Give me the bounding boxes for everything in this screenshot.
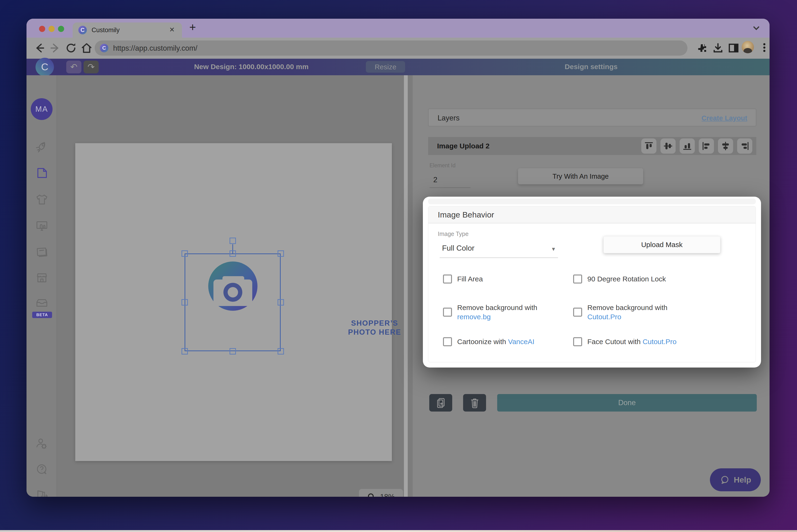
- tab-favicon: C: [78, 26, 87, 34]
- checkbox-row-rotation-lock[interactable]: 90 Degree Rotation Lock: [573, 274, 666, 284]
- inbox-icon[interactable]: [35, 297, 49, 310]
- file-icon[interactable]: [35, 166, 49, 180]
- done-button[interactable]: Done: [497, 394, 757, 412]
- reload-icon[interactable]: [65, 42, 77, 54]
- selection-handle[interactable]: [182, 250, 188, 257]
- account-settings-icon[interactable]: [35, 437, 49, 451]
- layer-name: Image Upload 2: [437, 142, 641, 150]
- checkbox-row-cutoutpro-bg[interactable]: Remove background withCutout.Pro: [573, 303, 687, 321]
- cutoutpro-bg-checkbox[interactable]: [573, 308, 582, 317]
- layers-card: Layers Create Layout: [428, 109, 756, 126]
- selection-handle[interactable]: [182, 348, 188, 355]
- card-icon[interactable]: [35, 245, 49, 259]
- help-bubble-icon[interactable]: [35, 463, 49, 477]
- design-settings-title: Design settings: [413, 63, 770, 71]
- user-avatar[interactable]: MA: [31, 98, 53, 120]
- menu-icon[interactable]: [759, 42, 770, 53]
- dropdown-caret-icon[interactable]: ▼: [551, 246, 556, 252]
- redo-icon[interactable]: ↷: [83, 61, 99, 73]
- image-type-select[interactable]: Full Color: [442, 244, 474, 252]
- profile-avatar[interactable]: [742, 41, 754, 53]
- customily-logo: C: [36, 58, 54, 76]
- align-center-icon[interactable]: [718, 138, 733, 154]
- align-left-icon[interactable]: [699, 138, 714, 154]
- magnifier-icon: [367, 493, 376, 497]
- maximize-window-button[interactable]: [58, 26, 64, 32]
- rotation-lock-checkbox[interactable]: [573, 274, 582, 284]
- chevron-down-icon[interactable]: [751, 23, 761, 33]
- selection-handle[interactable]: [230, 250, 236, 257]
- upload-mask-button[interactable]: Upload Mask: [603, 236, 720, 253]
- side-panel-icon[interactable]: [728, 42, 739, 54]
- align-middle-icon[interactable]: [661, 138, 676, 154]
- minimize-window-button[interactable]: [49, 26, 55, 32]
- image-behavior-card: Image Behavior Image Type Full Color ▼ U…: [428, 206, 756, 362]
- address-bar[interactable]: C https://app.customily.com/: [95, 40, 687, 56]
- close-tab-icon[interactable]: ✕: [169, 26, 175, 34]
- download-icon[interactable]: [712, 42, 724, 54]
- new-tab-icon[interactable]: +: [189, 21, 196, 34]
- modal-previous-section: [428, 198, 756, 204]
- help-label: Help: [734, 475, 751, 484]
- checkbox-row-cartoonize[interactable]: Cartoonize with VanceAI: [443, 337, 534, 346]
- selection-handle[interactable]: [230, 348, 236, 355]
- undo-icon[interactable]: ↶: [66, 61, 81, 73]
- selection-handle[interactable]: [278, 250, 284, 257]
- trash-icon: [470, 397, 480, 408]
- chat-bubble-icon: [720, 475, 730, 485]
- align-bottom-icon[interactable]: [680, 138, 695, 154]
- vertical-scrollbar[interactable]: [404, 75, 408, 497]
- duplicate-icon: [436, 397, 446, 408]
- selection-handle[interactable]: [278, 348, 284, 355]
- shirt-icon[interactable]: [35, 193, 49, 206]
- mockup-icon[interactable]: [35, 219, 49, 233]
- beta-badge: BETA: [32, 312, 52, 318]
- left-sidebar: MA BETA: [26, 75, 57, 497]
- url-text: https://app.customily.com/: [113, 44, 197, 53]
- checkbox-row-face-cutout[interactable]: Face Cutout with Cutout.Pro: [573, 337, 677, 346]
- dropdown-underline: [440, 258, 558, 258]
- extensions-icon[interactable]: [697, 42, 708, 54]
- element-id-input[interactable]: [430, 175, 471, 188]
- resize-button[interactable]: Resize: [366, 61, 405, 73]
- cartoonize-checkbox[interactable]: [443, 337, 452, 346]
- forward-icon[interactable]: [49, 42, 61, 54]
- element-id-label: Element Id: [430, 162, 456, 169]
- face-cutout-checkbox[interactable]: [573, 337, 582, 346]
- url-favicon: C: [100, 44, 108, 52]
- browser-tabstrip: C Customily ✕ +: [26, 19, 770, 38]
- checkbox-row-removebg[interactable]: Remove background withremove.bg: [443, 303, 556, 321]
- app-header: C ↶ ↷ New Design: 1000.00x1000.00 mm Res…: [26, 59, 770, 75]
- browser-tab[interactable]: C Customily ✕: [73, 22, 182, 38]
- try-with-image-button[interactable]: Try With An Image: [518, 168, 643, 184]
- home-icon[interactable]: [80, 42, 93, 54]
- rotate-handle[interactable]: [230, 238, 236, 244]
- logout-icon[interactable]: [35, 489, 49, 497]
- design-canvas-area[interactable]: SHOPPER’S PHOTO HERE 18%: [57, 75, 436, 497]
- bottom-edge-glow: [0, 530, 797, 532]
- layer-row[interactable]: Image Upload 2: [428, 137, 756, 155]
- selection-handle[interactable]: [182, 299, 188, 305]
- align-top-icon[interactable]: [641, 138, 657, 154]
- fill-area-checkbox[interactable]: [443, 274, 452, 284]
- zoom-control[interactable]: 18%: [359, 489, 403, 497]
- align-right-icon[interactable]: [737, 138, 752, 154]
- close-window-button[interactable]: [39, 26, 45, 32]
- photo-placeholder-circle: [208, 262, 258, 311]
- rocket-icon[interactable]: [35, 140, 49, 153]
- selection-handle[interactable]: [278, 299, 284, 305]
- modal-header: Image Behavior: [428, 206, 756, 223]
- modal-title: Image Behavior: [438, 210, 494, 220]
- browser-toolbar: C https://app.customily.com/: [26, 38, 770, 59]
- duplicate-button[interactable]: [429, 394, 452, 412]
- back-icon[interactable]: [33, 42, 45, 54]
- design-title: New Design: 1000.00x1000.00 mm: [140, 63, 362, 71]
- camera-icon: [208, 262, 258, 311]
- create-layout-link[interactable]: Create Layout: [702, 114, 747, 122]
- delete-button[interactable]: [463, 394, 486, 412]
- help-button[interactable]: Help: [710, 468, 761, 491]
- store-icon[interactable]: [35, 271, 49, 285]
- checkbox-row-fill-area[interactable]: Fill Area: [443, 274, 483, 284]
- removebg-checkbox[interactable]: [443, 308, 452, 317]
- zoom-level: 18%: [380, 493, 395, 497]
